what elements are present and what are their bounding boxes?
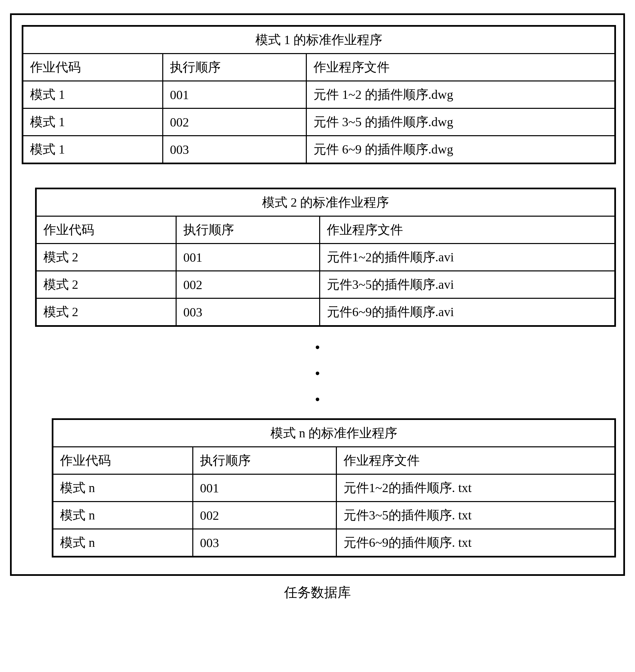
- table-row: 模式 2 003 元件6~9的插件顺序.avi: [36, 298, 615, 326]
- cell-order: 003: [163, 136, 306, 163]
- cell-order: 001: [193, 474, 336, 502]
- table-row: 模式 n 002 元件3~5的插件顺序. txt: [53, 502, 615, 529]
- cell-code: 模式 1: [23, 136, 163, 163]
- ellipsis-icon: •••: [22, 340, 613, 407]
- cell-file: 元件1~2的插件顺序. txt: [336, 474, 615, 502]
- cell-file: 元件 1~2 的插件顺序.dwg: [306, 81, 615, 109]
- sop-table-mode-n: 模式 n 的标准作业程序 作业代码 执行顺序 作业程序文件 模式 n 001 元…: [52, 418, 616, 558]
- cell-order: 001: [163, 81, 306, 109]
- database-caption: 任务数据库: [10, 583, 625, 602]
- table-title: 模式 1 的标准作业程序: [23, 26, 615, 54]
- cell-order: 002: [193, 502, 336, 529]
- sop-table-mode-1: 模式 1 的标准作业程序 作业代码 执行顺序 作业程序文件 模式 1 001 元…: [22, 25, 616, 164]
- table-title: 模式 2 的标准作业程序: [36, 188, 615, 216]
- cell-file: 元件 6~9 的插件顺序.dwg: [306, 136, 615, 163]
- table-row: 模式 1 002 元件 3~5 的插件顺序.dwg: [23, 109, 615, 136]
- table-title: 模式 n 的标准作业程序: [53, 419, 615, 447]
- sop-table-mode-2: 模式 2 的标准作业程序 作业代码 执行顺序 作业程序文件 模式 2 001 元…: [35, 187, 616, 327]
- cell-code: 模式 n: [53, 502, 193, 529]
- table-row: 模式 1 003 元件 6~9 的插件顺序.dwg: [23, 136, 615, 163]
- header-order: 执行顺序: [176, 216, 320, 244]
- cell-order: 002: [176, 271, 320, 298]
- header-file: 作业程序文件: [306, 54, 615, 81]
- header-file: 作业程序文件: [320, 216, 615, 244]
- cell-file: 元件3~5的插件顺序.avi: [320, 271, 615, 298]
- cell-file: 元件 3~5 的插件顺序.dwg: [306, 109, 615, 136]
- table-row: 模式 1 001 元件 1~2 的插件顺序.dwg: [23, 81, 615, 109]
- cell-code: 模式 2: [36, 298, 176, 326]
- cell-file: 元件6~9的插件顺序. txt: [336, 529, 615, 557]
- header-code: 作业代码: [36, 216, 176, 244]
- table-row: 模式 2 002 元件3~5的插件顺序.avi: [36, 271, 615, 298]
- cell-file: 元件6~9的插件顺序.avi: [320, 298, 615, 326]
- header-file: 作业程序文件: [336, 447, 615, 474]
- cell-order: 001: [176, 244, 320, 271]
- cell-order: 003: [176, 298, 320, 326]
- header-code: 作业代码: [53, 447, 193, 474]
- table-row: 模式 2 001 元件1~2的插件顺序.avi: [36, 244, 615, 271]
- header-order: 执行顺序: [193, 447, 336, 474]
- cell-order: 002: [163, 109, 306, 136]
- cell-code: 模式 2: [36, 271, 176, 298]
- cell-code: 模式 1: [23, 109, 163, 136]
- header-order: 执行顺序: [163, 54, 306, 81]
- table-row: 模式 n 001 元件1~2的插件顺序. txt: [53, 474, 615, 502]
- header-code: 作业代码: [23, 54, 163, 81]
- page: 模式 1 的标准作业程序 作业代码 执行顺序 作业程序文件 模式 1 001 元…: [0, 0, 635, 615]
- cell-code: 模式 n: [53, 529, 193, 557]
- table-row: 模式 n 003 元件6~9的插件顺序. txt: [53, 529, 615, 557]
- cell-order: 003: [193, 529, 336, 557]
- cell-file: 元件1~2的插件顺序.avi: [320, 244, 615, 271]
- cell-code: 模式 1: [23, 81, 163, 109]
- cell-code: 模式 n: [53, 474, 193, 502]
- cell-code: 模式 2: [36, 244, 176, 271]
- cell-file: 元件3~5的插件顺序. txt: [336, 502, 615, 529]
- database-container: 模式 1 的标准作业程序 作业代码 执行顺序 作业程序文件 模式 1 001 元…: [10, 13, 625, 576]
